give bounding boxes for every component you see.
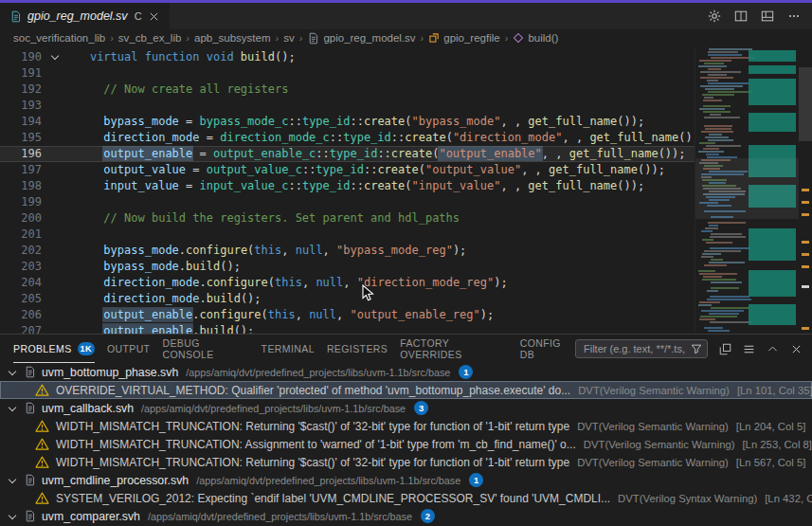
minimap-decoration — [749, 304, 796, 325]
scrollbar-thumb[interactable] — [799, 67, 812, 141]
breadcrumb-item-sv[interactable]: sv — [283, 32, 295, 44]
open-in-editor-icon[interactable] — [719, 343, 731, 355]
code-token: . — [192, 324, 199, 334]
breadcrumb-separator: › — [299, 32, 303, 44]
panel-tab-factory-overrides[interactable]: FACTORY OVERRIDES — [400, 335, 508, 363]
layout-icon[interactable] — [761, 9, 774, 23]
problem-file-path: /apps/amiq/dvt/predefined_projects/libs/… — [196, 474, 460, 486]
code-line-194[interactable]: 194 bypass_mode = bypass_mode_c::type_id… — [0, 114, 812, 130]
line-number: 200 — [0, 210, 47, 227]
editor-tab[interactable]: gpio_reg_model.svC — [0, 3, 171, 29]
panel-tab-label: TERMINAL — [262, 343, 315, 354]
code-line-191[interactable]: 191 — [0, 65, 812, 82]
code-line-196[interactable]: 196 output_enable = output_enable_c::typ… — [0, 146, 812, 162]
chevron-up-icon[interactable] — [767, 343, 779, 355]
minimap-line — [704, 250, 741, 252]
code-line-204[interactable]: 204 direction_mode.configure(this, null,… — [0, 275, 812, 291]
code-token: , — [343, 276, 356, 289]
problem-location: [Ln 567, Col 5] — [736, 457, 805, 468]
chevron-down-icon[interactable] — [9, 367, 16, 374]
minimap-line — [708, 330, 730, 332]
problem-row[interactable]: WIDTH_MISMATCH_TRUNCATION: Assignment to… — [0, 435, 812, 453]
code-token: ()); — [659, 147, 686, 160]
gear-icon[interactable] — [708, 9, 721, 23]
panel-actions — [708, 343, 803, 355]
code-line-190[interactable]: 190 virtual function void build(); — [0, 49, 812, 65]
problem-row[interactable]: SYSTEM_VERILOG_2012: Expecting `endif la… — [0, 489, 812, 507]
minimap-line — [704, 97, 713, 99]
code-line-197[interactable]: 197 output_value = output_value_c::type_… — [0, 162, 812, 178]
code-token: direction_mode — [103, 131, 199, 144]
code-line-193[interactable]: 193 — [0, 98, 812, 114]
minimap-line — [700, 316, 737, 317]
problem-row[interactable]: WIDTH_MISMATCH_TRUNCATION: Returning '$c… — [0, 453, 812, 471]
breadcrumb-item-gpio-regfile[interactable]: gpio_regfile — [428, 32, 499, 44]
panel-tab-registers[interactable]: REGISTERS — [327, 335, 388, 363]
fold-column — [47, 194, 63, 210]
code-line-202[interactable]: 202 bypass_mode.configure(this, null, "b… — [0, 243, 812, 259]
code-text: direction_mode.build(); — [63, 291, 262, 307]
overview-mark — [802, 241, 809, 244]
line-number: 199 — [0, 194, 47, 210]
code-line-192[interactable]: 192 // Now create all registers — [0, 82, 812, 98]
breadcrumb-item-sv-cb-ex-lib[interactable]: sv_cb_ex_lib — [118, 32, 181, 44]
breadcrumb-item-soc-verification-lib[interactable]: soc_verification_lib — [13, 32, 105, 44]
code-text: bypass_mode.configure(this, null, "bypas… — [63, 243, 466, 259]
problem-file-row[interactable]: uvm_bottomup_phase.svh/apps/amiq/dvt/pre… — [0, 363, 812, 381]
chevron-down-icon[interactable] — [9, 511, 16, 518]
code-line-200[interactable]: 200 // Now build the registers. Set pare… — [0, 210, 812, 227]
close-icon[interactable] — [790, 343, 803, 355]
chevron-down-icon[interactable] — [9, 403, 16, 410]
code-line-201[interactable]: 201 — [0, 227, 812, 243]
panel-tab-problems[interactable]: PROBLEMS1K — [13, 335, 95, 363]
minimap-line — [705, 136, 729, 138]
problem-row[interactable]: WIDTH_MISMATCH_TRUNCATION: Returning '$c… — [0, 417, 812, 435]
minimap-slider[interactable] — [695, 158, 799, 219]
code-line-205[interactable]: 205 direction_mode.build(); — [0, 291, 812, 307]
list-view-icon[interactable] — [743, 343, 755, 355]
code-token: direction_mode — [103, 276, 199, 289]
minimap-line — [710, 236, 746, 238]
code-editor[interactable]: 189190 virtual function void build();191… — [0, 46, 812, 334]
minimap-line — [700, 85, 743, 87]
minimap-line — [711, 287, 739, 289]
breadcrumb-item-gpio-reg-model-sv[interactable]: gpio_reg_model.sv — [307, 32, 415, 45]
breadcrumb-item-apb-subsystem[interactable]: apb_subsystem — [194, 32, 271, 44]
minimap[interactable] — [695, 46, 799, 334]
problem-file-row[interactable]: uvm_cmdline_processor.svh/apps/amiq/dvt/… — [0, 471, 812, 489]
code-line-207[interactable]: 207 output_enable.build(); — [0, 323, 812, 334]
fold-column — [47, 162, 63, 178]
code-line-195[interactable]: 195 direction_mode = direction_mode_c::t… — [0, 130, 812, 146]
code-text: bypass_mode.build(); — [63, 259, 241, 275]
panel-tab-output[interactable]: OUTPUT — [107, 335, 151, 363]
code-token: (); — [234, 324, 255, 334]
breadcrumb-item-build-[interactable]: build() — [513, 32, 558, 44]
close-icon[interactable] — [148, 10, 160, 23]
code-token: ( — [262, 308, 268, 321]
code-line-198[interactable]: 198 input_value = input_value_c::type_id… — [0, 178, 812, 194]
chevron-down-icon[interactable] — [9, 475, 16, 482]
problem-file-row[interactable]: uvm_callback.svh/apps/amiq/dvt/predefine… — [0, 399, 812, 417]
minimap-line — [709, 262, 745, 263]
code-text: output_enable = output_enable_c::type_id… — [63, 146, 686, 162]
fold-chevron-icon[interactable] — [51, 52, 59, 60]
code-token: "direction_mode" — [453, 131, 563, 144]
filter-box[interactable] — [575, 339, 708, 358]
more-icon[interactable] — [787, 9, 801, 23]
split-editor-icon[interactable] — [734, 9, 748, 23]
code-line-199[interactable]: 199 — [0, 194, 812, 210]
problem-file-row[interactable]: uvm_comparer.svh/apps/amiq/dvt/predefine… — [0, 507, 812, 525]
funnel-icon[interactable] — [691, 343, 702, 354]
code-text: direction_mode.configure(this, null, "di… — [63, 275, 508, 291]
overview-ruler[interactable] — [799, 46, 812, 334]
panel-tab-terminal[interactable]: TERMINAL — [262, 335, 315, 363]
problems-count-badge: 1K — [78, 342, 95, 355]
overview-mark — [802, 327, 809, 330]
filter-input[interactable] — [582, 342, 688, 355]
problem-row[interactable]: OVERRIDE_VIRTUAL_METHOD: Qualifier 'prot… — [0, 381, 812, 399]
fold-column[interactable] — [47, 49, 63, 65]
code-line-203[interactable]: 203 bypass_mode.build(); — [0, 259, 812, 275]
panel-tab-config-db[interactable]: CONFIG DB — [520, 335, 575, 363]
code-line-206[interactable]: 206 output_enable.configure(this, null, … — [0, 307, 812, 323]
panel-tab-debug-console[interactable]: DEBUG CONSOLE — [162, 335, 248, 363]
